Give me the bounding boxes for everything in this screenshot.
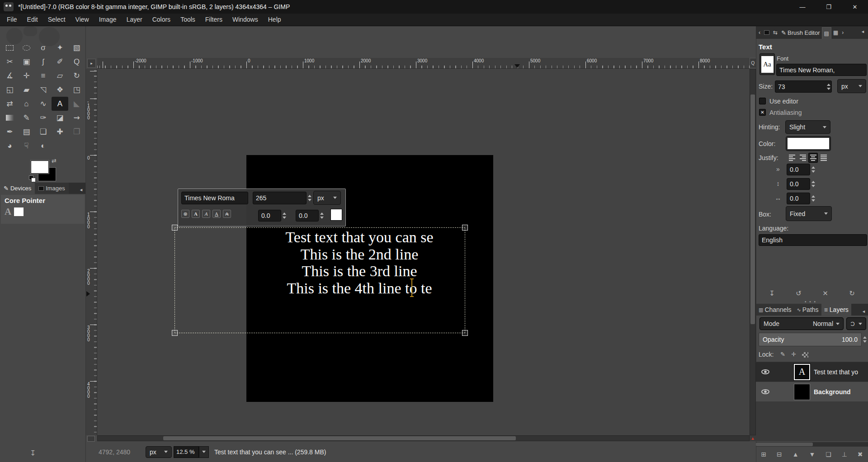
tool-warp-transform[interactable]: ∿ [35,97,52,111]
tool-flip[interactable]: ⇄ [1,97,18,111]
font-name-field[interactable]: Times New Roman, [776,64,867,76]
tool-select-by-color[interactable]: ▧ [68,41,85,55]
clear-style-button[interactable]: ⊗ [181,210,189,218]
dock-forward-button[interactable]: › [840,26,845,39]
justify-center-button[interactable] [808,153,818,163]
lower-layer-button[interactable]: ▼ [809,451,815,458]
dock-menu-icon[interactable]: ◄ [861,29,867,36]
indent-spinner[interactable] [810,164,816,175]
menu-edit[interactable]: Edit [22,14,43,26]
anchor-layer-button[interactable]: ⊥ [842,451,847,458]
italic-button[interactable]: A [202,210,210,218]
horizontal-scrollbar[interactable] [97,435,750,441]
text-color-swatch[interactable] [330,209,342,221]
delete-layer-button[interactable]: ✖ [858,451,863,458]
layer-thumbnail[interactable]: A [794,364,810,380]
tool-rotate[interactable]: ↻ [68,69,85,83]
line-spacing-field[interactable]: 0.0 [787,178,810,190]
tool-mypaint-brush[interactable]: ▤ [18,125,35,139]
use-editor-checkbox[interactable] [759,98,766,104]
opacity-spinner[interactable] [862,333,868,346]
font-preview-button[interactable]: Aa [760,53,775,75]
layer-mode-dropdown[interactable]: Mode Normal [760,317,844,330]
tool-scale[interactable]: ◱ [1,83,18,97]
tab-brush-editor[interactable]: ✎ Brush Editor [779,26,821,39]
minimize-button[interactable]: — [789,0,816,14]
bold-button[interactable]: A [192,210,200,218]
menu-select[interactable]: Select [43,14,71,26]
tool-heal[interactable]: ✚ [52,125,68,139]
layer-thumbnail[interactable] [794,384,810,400]
menu-windows[interactable]: Windows [227,14,263,26]
tab-channels[interactable]: ▥ Channels [756,304,794,316]
tool-smudge[interactable]: ☟ [18,139,35,153]
menu-view[interactable]: View [71,14,94,26]
tool-gradient[interactable] [1,111,18,125]
layer-row-background[interactable]: Background [756,382,868,401]
tool-cage-transform[interactable]: ⌂ [18,97,35,111]
tool-free-select[interactable]: σ [35,41,52,55]
antialiasing-label[interactable]: Antialiasing [769,109,802,116]
images-dialog-tab[interactable] [762,26,771,39]
restore-button[interactable]: ❐ [816,0,842,14]
text-box-handle[interactable] [462,225,468,231]
text-font-field[interactable]: Times New Roma [181,192,248,204]
tab-patterns[interactable]: ▦ [831,26,840,39]
layer-row-text[interactable]: A Test text that yo [756,362,868,382]
zoom-dropdown-button[interactable] [199,446,209,458]
delete-settings-button[interactable]: ✕ [822,289,828,297]
tool-perspective[interactable]: ◹ [35,83,52,97]
baseline-spinner[interactable] [281,210,288,222]
save-settings-button[interactable]: ↧ [769,289,775,297]
image-menu-button[interactable]: ▸ [87,59,96,68]
letter-spacing-spinner[interactable] [810,193,816,204]
hinting-dropdown[interactable]: Slight [785,120,830,134]
tool-color-picker[interactable]: ✐ [52,55,68,69]
device-tool-indicator[interactable]: A [5,206,11,217]
font-size-field[interactable]: 73 [775,80,832,93]
tool-text[interactable]: A [52,97,68,111]
text-box-handle[interactable] [462,330,468,336]
zoom-level-field[interactable]: 12.5 % [174,446,199,458]
size-spinner[interactable] [307,192,313,204]
tool-foreground-select[interactable]: ▣ [18,55,35,69]
tab-tool-options[interactable]: ▤ [822,27,831,39]
text-box-handle[interactable] [172,225,178,231]
close-button[interactable]: ✕ [842,0,868,14]
menu-image[interactable]: Image [94,14,122,26]
tool-fuzzy-select[interactable]: ✦ [52,41,68,55]
tool-pencil[interactable]: ✎ [18,111,35,125]
strikethrough-button[interactable]: A [223,210,231,218]
text-unit-dropdown[interactable]: px [313,191,341,205]
tool-scissors-select[interactable]: ✂ [1,55,18,69]
tool-paintbrush[interactable]: ✑ [35,111,52,125]
tool-ellipse-select[interactable] [18,41,35,55]
tool-move[interactable]: ✛ [18,69,35,83]
menu-layer[interactable]: Layer [122,14,147,26]
language-field[interactable]: English [759,234,867,246]
visibility-eye-icon[interactable] [761,369,769,374]
tool-handle-transform[interactable]: ❖ [52,83,68,97]
tool-blur-sharpen[interactable]: ◕ [1,139,18,153]
tool-paths[interactable]: ʃ [35,55,52,69]
tool-clone[interactable]: ❏ [35,125,52,139]
save-device-status-icon[interactable]: ↧ [30,449,36,457]
tool-measure[interactable]: ∡ [1,69,18,83]
menu-filters[interactable]: Filters [200,14,227,26]
device-color-swatch[interactable] [14,207,24,216]
kerning-field[interactable]: 0.0 [296,210,319,222]
layer-mode-switch-button[interactable]: Ɔ [846,317,866,330]
raise-layer-button[interactable]: ▲ [793,451,799,458]
tool-crop[interactable]: ▱ [52,69,68,83]
duplicate-layer-button[interactable]: ❏ [826,451,831,458]
lock-pixels-icon[interactable]: ✎ [780,351,785,358]
zoom-follow-window-button[interactable]: Q [750,58,756,68]
lock-alpha-icon[interactable] [802,352,808,358]
underline-button[interactable]: A [212,210,221,218]
vscroll-handle[interactable] [750,94,755,324]
justify-fill-button[interactable] [819,153,829,163]
line-spacing-spinner[interactable] [810,178,816,190]
new-layer-group-button[interactable]: ⊟ [777,451,782,458]
menu-colors[interactable]: Colors [147,14,175,26]
foreground-color-swatch[interactable] [31,160,49,174]
